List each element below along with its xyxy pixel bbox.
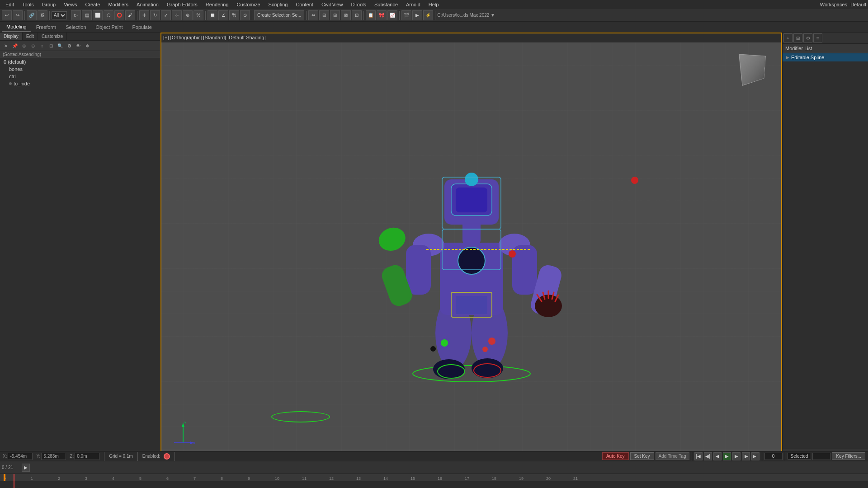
- workspace-value[interactable]: Default: [850, 2, 866, 7]
- se-find-btn[interactable]: 🔍: [56, 42, 64, 50]
- prev-key-button[interactable]: ◀|: [704, 452, 712, 460]
- tab-freeform[interactable]: Freeform: [32, 23, 61, 31]
- playhead[interactable]: [14, 474, 14, 488]
- undo-button[interactable]: ↩: [2, 10, 12, 20]
- next-key-button[interactable]: |▶: [742, 452, 750, 460]
- snap-toggle-button[interactable]: 🔲: [208, 10, 217, 20]
- select-rotate-button[interactable]: ↻: [150, 10, 160, 20]
- curve-editor-button[interactable]: 📈: [387, 10, 397, 20]
- create-selection-button[interactable]: Create Selection Se...: [254, 10, 304, 20]
- ribbon-button[interactable]: 🎀: [377, 10, 387, 20]
- se-sort-btn[interactable]: ↕: [38, 42, 46, 50]
- se-collapse-btn[interactable]: ⊖: [29, 42, 37, 50]
- unlink-button[interactable]: ⛓: [38, 10, 47, 20]
- prev-frame-button[interactable]: ◀: [713, 452, 722, 460]
- rect-select-button[interactable]: ⬜: [93, 10, 103, 20]
- go-end-button[interactable]: ▶|: [751, 452, 760, 460]
- menu-civil-view[interactable]: Civil View: [318, 1, 346, 8]
- y-value[interactable]: 5.283m: [41, 453, 66, 460]
- search-key-input[interactable]: [812, 453, 830, 460]
- quick-render-button[interactable]: ⚡: [423, 10, 433, 20]
- se-hide-btn[interactable]: 👁: [74, 42, 82, 50]
- select-by-name-button[interactable]: ▤: [82, 10, 92, 20]
- current-frame-input[interactable]: [764, 453, 783, 460]
- rp-settings-btn[interactable]: ⚙: [803, 33, 812, 42]
- spinner-snap-button[interactable]: ⊙: [240, 10, 250, 20]
- lp-tab-display[interactable]: Display: [0, 33, 23, 40]
- menu-arnold[interactable]: Arnold: [402, 1, 424, 8]
- select-move-button[interactable]: ✛: [139, 10, 149, 20]
- spacing-button[interactable]: ⊠: [341, 10, 351, 20]
- path-label[interactable]: C:\Users\lo...ds Max 2022 ▼: [437, 13, 495, 18]
- render-setup-button[interactable]: 🎬: [401, 10, 411, 20]
- se-close-btn[interactable]: ✕: [2, 42, 10, 50]
- menu-content[interactable]: Content: [292, 1, 317, 8]
- render-button[interactable]: ▶: [412, 10, 422, 20]
- align-button[interactable]: ⊟: [319, 10, 329, 20]
- menu-create[interactable]: Create: [81, 1, 104, 8]
- play-button[interactable]: ▶: [723, 452, 731, 460]
- set-key-button[interactable]: Set Key: [630, 452, 654, 460]
- pivot-button[interactable]: ⊕: [183, 10, 193, 20]
- menu-rendering[interactable]: Rendering: [202, 1, 232, 8]
- se-pin-btn[interactable]: 📌: [11, 42, 19, 50]
- viewport[interactable]: [+] [Orthographic] [Standard] [Default S…: [160, 33, 782, 461]
- orientation-cube[interactable]: [739, 54, 766, 86]
- rp-channel-btn[interactable]: ≡: [813, 33, 822, 42]
- modifier-editable-spline[interactable]: ▶ Editable Spline: [783, 53, 868, 61]
- tab-populate[interactable]: Populate: [127, 23, 156, 31]
- menu-group[interactable]: Group: [38, 1, 60, 8]
- menu-customize[interactable]: Customize: [233, 1, 264, 8]
- redo-button[interactable]: ↪: [13, 10, 23, 20]
- lp-tab-customize[interactable]: Customize: [38, 33, 67, 40]
- tab-object-paint[interactable]: Object Paint: [91, 23, 127, 31]
- scene-item-bones[interactable]: bones: [0, 66, 160, 73]
- menu-tools[interactable]: Tools: [19, 1, 38, 8]
- menu-graph-editors[interactable]: Graph Editors: [163, 1, 201, 8]
- fence-select-button[interactable]: ⬡: [104, 10, 113, 20]
- next-frame-button[interactable]: ▶: [732, 452, 741, 460]
- scene-item-to-hide[interactable]: to_hide: [0, 80, 160, 87]
- menu-substance[interactable]: Substance: [371, 1, 401, 8]
- scene-item-0default[interactable]: 0 (default): [0, 58, 160, 66]
- rp-view-btn[interactable]: ⊟: [793, 33, 802, 42]
- rp-add-btn[interactable]: +: [783, 33, 793, 42]
- go-start-button[interactable]: |◀: [694, 452, 703, 460]
- se-freeze-btn[interactable]: ❄: [83, 42, 91, 50]
- lasso-select-button[interactable]: ⭕: [114, 10, 124, 20]
- reference-coord-button[interactable]: ⊹: [172, 10, 182, 20]
- add-time-tag-label[interactable]: Add Time Tag: [656, 452, 689, 460]
- percent-snap-button[interactable]: %: [193, 10, 203, 20]
- enabled-indicator[interactable]: [164, 453, 170, 460]
- lp-tab-edit[interactable]: Edit: [23, 33, 38, 40]
- selection-filter-dropdown[interactable]: All: [52, 11, 67, 19]
- angle-snap-button[interactable]: ∠: [218, 10, 228, 20]
- menu-dtools[interactable]: DTools: [347, 1, 370, 8]
- expand-timeline-btn[interactable]: ▶: [22, 464, 30, 472]
- auto-key-button[interactable]: Auto Key: [602, 452, 629, 460]
- align-view-button[interactable]: ⊞: [330, 10, 340, 20]
- tab-selection[interactable]: Selection: [61, 23, 90, 31]
- select-object-button[interactable]: ▷: [71, 10, 81, 20]
- se-filter-btn[interactable]: ⊟: [47, 42, 55, 50]
- clone-align-button[interactable]: ⊡: [352, 10, 362, 20]
- percent-snap-button2[interactable]: %: [229, 10, 239, 20]
- menu-views[interactable]: Views: [60, 1, 80, 8]
- timeline-track[interactable]: 0 1 2 3 4 5 6 7 8 9 10 11 12 13 14 15 16…: [0, 474, 868, 488]
- tab-modeling[interactable]: Modeling: [2, 23, 31, 32]
- x-value[interactable]: -5.454m: [8, 453, 33, 460]
- layer-manager-button[interactable]: 📋: [366, 10, 376, 20]
- z-value[interactable]: 0.0m: [75, 453, 99, 460]
- menu-modifiers[interactable]: Modifiers: [104, 1, 132, 8]
- paint-select-button[interactable]: 🖌: [125, 10, 135, 20]
- se-settings-btn[interactable]: ⚙: [65, 42, 73, 50]
- viewport-cube[interactable]: [737, 52, 773, 88]
- link-button[interactable]: 🔗: [27, 10, 37, 20]
- mirror-button[interactable]: ⇔: [308, 10, 318, 20]
- menu-edit[interactable]: Edit: [2, 1, 18, 8]
- key-filters-button[interactable]: Key Filters...: [832, 452, 865, 460]
- menu-help[interactable]: Help: [425, 1, 443, 8]
- select-scale-button[interactable]: ⤢: [161, 10, 171, 20]
- se-expand-btn[interactable]: ⊕: [20, 42, 28, 50]
- scene-item-ctrl[interactable]: ctrl: [0, 73, 160, 80]
